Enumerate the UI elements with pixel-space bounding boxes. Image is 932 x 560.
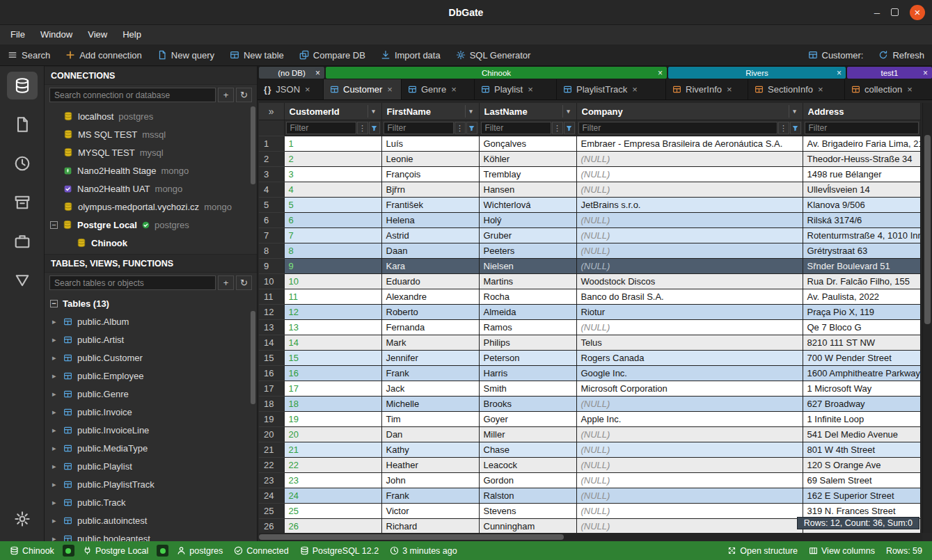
cell-address[interactable]: 627 Broadway xyxy=(803,397,921,412)
cell-customerid[interactable]: 20 xyxy=(284,427,381,442)
cell-firstname[interactable]: Frank xyxy=(381,488,479,504)
cell-company[interactable]: (NULL) xyxy=(576,458,803,473)
cell-company[interactable]: Microsoft Corporation xyxy=(576,381,803,397)
grid-horizontal-scrollbar[interactable] xyxy=(259,533,922,541)
cell-customerid[interactable]: 3 xyxy=(284,167,381,182)
row-number[interactable]: 22 xyxy=(259,458,284,473)
cell-company[interactable]: (NULL) xyxy=(576,488,803,504)
cell-customerid[interactable]: 18 xyxy=(284,397,381,412)
connection-item-nano2health-uat[interactable]: Nano2Health UATmongo xyxy=(45,179,257,198)
cell-company[interactable]: Riotur xyxy=(576,305,803,320)
row-number[interactable]: 11 xyxy=(259,289,284,305)
row-number[interactable]: 20 xyxy=(259,427,284,442)
close-icon[interactable]: × xyxy=(907,84,913,95)
funnel-icon[interactable] xyxy=(790,122,801,134)
toolbar-search[interactable]: Search xyxy=(0,45,58,65)
nav-filter-icon[interactable] xyxy=(7,266,38,294)
chevron-down-icon[interactable]: ▾ xyxy=(789,105,800,118)
cell-lastname[interactable]: Harris xyxy=(479,366,576,381)
nav-history-icon[interactable] xyxy=(7,150,38,177)
minimize-button[interactable]: – xyxy=(874,7,880,17)
chevron-down-icon[interactable]: ▾ xyxy=(368,105,379,118)
cell-customerid[interactable]: 17 xyxy=(284,381,381,397)
row-number[interactable]: 16 xyxy=(259,366,284,381)
row-number[interactable]: 10 xyxy=(259,274,284,289)
connection-item-postgre-local[interactable]: −Postgre Localpostgres xyxy=(45,216,257,234)
collapse-icon[interactable]: − xyxy=(50,221,58,229)
row-number[interactable]: 15 xyxy=(259,351,284,366)
cell-company[interactable]: (NULL) xyxy=(576,228,803,243)
funnel-icon[interactable] xyxy=(369,122,380,134)
toolbar-refresh[interactable]: Refresh xyxy=(871,45,932,65)
cell-lastname[interactable]: Peeters xyxy=(479,243,576,259)
cell-address[interactable]: 700 W Pender Street xyxy=(803,351,921,366)
chevron-right-icon[interactable]: ▸ xyxy=(52,353,58,362)
cell-company[interactable]: (NULL) xyxy=(576,320,803,335)
cell-lastname[interactable]: Brooks xyxy=(479,397,576,412)
filter-input-firstname[interactable] xyxy=(384,122,454,134)
row-number[interactable]: 18 xyxy=(259,397,284,412)
tab-customer[interactable]: Customer× xyxy=(324,79,402,99)
cell-lastname[interactable]: Almeida xyxy=(479,305,576,320)
cell-customerid[interactable]: 19 xyxy=(284,412,381,427)
row-number[interactable]: 23 xyxy=(259,473,284,488)
filter-input-lastname[interactable] xyxy=(481,122,551,134)
cell-customerid[interactable]: 1 xyxy=(284,136,381,152)
collapse-icon[interactable]: − xyxy=(50,300,58,307)
row-number[interactable]: 26 xyxy=(259,519,284,534)
chevron-right-icon[interactable]: ▸ xyxy=(52,317,58,326)
maximize-button[interactable] xyxy=(891,8,899,16)
toolbar-import-data[interactable]: Import data xyxy=(373,45,448,65)
table-item-public-invoice[interactable]: ▸public.Invoice xyxy=(45,403,257,421)
cell-customerid[interactable]: 22 xyxy=(284,458,381,473)
chevron-right-icon[interactable]: ▸ xyxy=(52,462,58,471)
cell-customerid[interactable]: 16 xyxy=(284,366,381,381)
row-number[interactable]: 14 xyxy=(259,335,284,351)
row-number[interactable]: 9 xyxy=(259,259,284,274)
connection-item-localhost[interactable]: localhostpostgres xyxy=(45,107,257,125)
cell-lastname[interactable]: Leacock xyxy=(479,458,576,473)
cell-lastname[interactable]: Wichterlová xyxy=(479,198,576,213)
cell-company[interactable]: (NULL) xyxy=(576,213,803,228)
chevron-right-icon[interactable]: ▸ xyxy=(52,498,58,507)
add-connection-small-button[interactable]: + xyxy=(218,88,234,102)
cell-firstname[interactable]: Leonie xyxy=(381,152,479,167)
cell-company[interactable]: (NULL) xyxy=(576,152,803,167)
cell-company[interactable]: Telus xyxy=(576,335,803,351)
cell-firstname[interactable]: Dan xyxy=(381,427,479,442)
close-icon[interactable]: × xyxy=(727,84,732,95)
cell-customerid[interactable]: 23 xyxy=(284,473,381,488)
chevron-right-icon[interactable]: ▸ xyxy=(52,371,58,381)
cell-company[interactable]: Apple Inc. xyxy=(576,412,803,427)
cell-company[interactable]: (NULL) xyxy=(576,167,803,182)
table-item-public-playlist[interactable]: ▸public.Playlist xyxy=(45,457,257,475)
filter-input-customerid[interactable] xyxy=(286,122,356,134)
connection-item-ms-sql-test[interactable]: MS SQL TESTmssql xyxy=(45,125,257,143)
table-item-public-album[interactable]: ▸public.Album xyxy=(45,312,257,330)
cell-company[interactable]: (NULL) xyxy=(576,243,803,259)
row-number[interactable]: 3 xyxy=(259,167,284,182)
nav-settings-icon[interactable] xyxy=(7,505,38,533)
cell-lastname[interactable]: Ramos xyxy=(479,320,576,335)
toolbar-sql-generator[interactable]: SQL Generator xyxy=(448,45,539,65)
cell-lastname[interactable]: Martins xyxy=(479,274,576,289)
funnel-icon[interactable] xyxy=(564,122,575,134)
cell-firstname[interactable]: Heather xyxy=(381,458,479,473)
table-item-public-booleantest[interactable]: ▸public.booleantest xyxy=(45,529,257,541)
cell-company[interactable]: Google Inc. xyxy=(576,366,803,381)
row-number[interactable]: 1 xyxy=(259,136,284,152)
close-icon[interactable]: × xyxy=(315,68,320,78)
menu-help[interactable]: Help xyxy=(115,25,149,45)
table-item-public-customer[interactable]: ▸public.Customer xyxy=(45,349,257,367)
table-item-public-autoinctest[interactable]: ▸public.autoinctest xyxy=(45,511,257,529)
cell-address[interactable]: 162 E Superior Street xyxy=(803,488,921,504)
column-header-customerid[interactable]: CustomerId▾ xyxy=(284,103,381,120)
cell-customerid[interactable]: 7 xyxy=(284,228,381,243)
cell-customerid[interactable]: 26 xyxy=(284,519,381,534)
cell-company[interactable]: (NULL) xyxy=(576,504,803,519)
cell-firstname[interactable]: František xyxy=(381,198,479,213)
column-header-address[interactable]: Address xyxy=(803,103,921,120)
cell-company[interactable]: Woodstock Discos xyxy=(576,274,803,289)
cell-address[interactable]: Rua Dr. Falcão Filho, 155 xyxy=(803,274,921,289)
cell-lastname[interactable]: Rocha xyxy=(479,289,576,305)
